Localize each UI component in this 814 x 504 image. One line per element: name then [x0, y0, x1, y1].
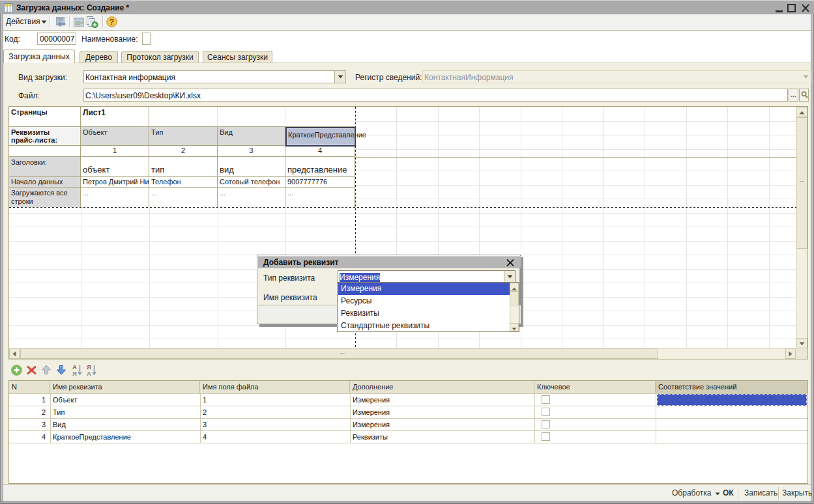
svg-text:?: ?	[109, 18, 114, 27]
svg-text:Я: Я	[72, 370, 77, 376]
svg-text:A: A	[87, 370, 91, 376]
